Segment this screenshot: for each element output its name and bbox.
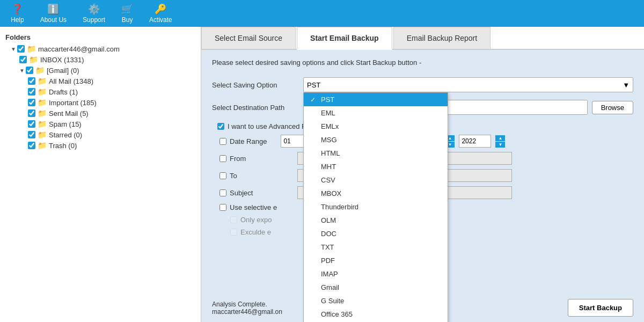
format-label: OLM — [321, 216, 336, 224]
exclude-checkbox[interactable] — [230, 229, 237, 236]
folder-item-trash[interactable]: 📁Trash (0) — [0, 140, 201, 151]
folder-checkbox-trash[interactable] — [28, 142, 35, 149]
format-option-mbox[interactable]: MBOX — [304, 187, 448, 200]
folder-item-inbox[interactable]: 📁INBOX (1331) — [0, 54, 201, 65]
format-option-office365[interactable]: Office 365 — [304, 308, 448, 321]
chevron-icon: ▼ — [11, 46, 16, 52]
format-option-csv[interactable]: CSV — [304, 173, 448, 187]
folder-item-sentmail[interactable]: 📁Sent Mail (5) — [0, 108, 201, 119]
format-label: G Suite — [321, 297, 344, 305]
toolbar-item-help[interactable]: ❓Help — [11, 3, 24, 24]
only-export-checkbox[interactable] — [230, 216, 237, 223]
folder-list: ▼📁maccarter446@gmail.com📁INBOX (1331)▼📁[… — [0, 43, 201, 151]
folder-icon-drafts: 📁 — [38, 87, 47, 96]
folder-item-allmail[interactable]: 📁All Mail (1348) — [0, 76, 201, 86]
selective-checkbox[interactable] — [219, 204, 226, 211]
format-option-msg[interactable]: MSG — [304, 133, 448, 147]
folder-icon-account: 📁 — [27, 45, 36, 53]
folder-label-trash: Trash (0) — [49, 142, 77, 150]
folder-checkbox-important[interactable] — [28, 99, 35, 106]
tab-select-source[interactable]: Select Email Source — [201, 27, 296, 49]
folder-item-starred[interactable]: 📁Starred (0) — [0, 129, 201, 140]
folder-label-spam: Spam (15) — [49, 120, 82, 128]
format-label: Thunderbird — [321, 203, 358, 211]
folder-icon-starred: 📁 — [38, 130, 47, 139]
folder-label-starred: Starred (0) — [49, 131, 82, 139]
instruction-text: Please select desired saving options and… — [212, 58, 633, 67]
analysis-text: Analysis Complete. — [212, 301, 282, 308]
folder-checkbox-drafts[interactable] — [28, 88, 35, 96]
start-backup-button[interactable]: Start Backup — [568, 299, 633, 317]
format-option-imap[interactable]: IMAP — [304, 267, 448, 281]
chevron-down-icon: ▼ — [623, 81, 630, 89]
format-option-html[interactable]: HTML — [304, 147, 448, 160]
buy-label: Buy — [122, 16, 133, 24]
sidebar-header: Folders — [0, 31, 201, 43]
to-year-down[interactable]: ▼ — [495, 142, 505, 148]
folder-icon-trash: 📁 — [38, 141, 47, 150]
format-label: PDF — [321, 257, 335, 265]
format-option-gmail[interactable]: Gmail — [304, 281, 448, 294]
folder-label-allmail: All Mail (1348) — [49, 77, 93, 85]
folder-checkbox-allmail[interactable] — [28, 77, 35, 85]
tab-backup-report[interactable]: Email Backup Report — [393, 27, 491, 49]
folder-item-drafts[interactable]: 📁Drafts (1) — [0, 86, 201, 97]
format-option-thunderbird[interactable]: Thunderbird — [304, 200, 448, 214]
folder-icon-allmail: 📁 — [38, 77, 47, 85]
selective-label: Use selective e — [230, 203, 277, 211]
sidebar: Folders ▼📁maccarter446@gmail.com📁INBOX (… — [0, 27, 201, 322]
format-option-pdf[interactable]: PDF — [304, 254, 448, 267]
folder-item-account[interactable]: ▼📁maccarter446@gmail.com — [0, 43, 201, 54]
toolbar-item-activate[interactable]: 🔑Activate — [149, 3, 172, 24]
toolbar-item-support[interactable]: ⚙️Support — [83, 3, 105, 24]
format-label: EML — [321, 109, 335, 117]
folder-label-inbox: INBOX (1331) — [40, 56, 84, 64]
format-option-gsuite[interactable]: G Suite — [304, 294, 448, 308]
format-option-txt[interactable]: TXT — [304, 240, 448, 254]
format-label: CSV — [321, 176, 335, 184]
from-label: From — [230, 155, 294, 163]
folder-checkbox-spam[interactable] — [28, 120, 35, 128]
format-option-emlx[interactable]: EMLx — [304, 120, 448, 133]
format-option-doc[interactable]: DOC — [304, 227, 448, 240]
help-label: Help — [11, 16, 24, 24]
toolbar-item-about[interactable]: ℹ️About Us — [40, 3, 67, 24]
folder-label-drafts: Drafts (1) — [49, 88, 78, 96]
format-option-pst[interactable]: ✓PST — [304, 93, 448, 106]
toolbar-item-buy[interactable]: 🛒Buy — [121, 3, 133, 24]
subject-label: Subject — [230, 189, 294, 197]
folder-item-important[interactable]: 📁Important (185) — [0, 97, 201, 108]
folder-checkbox-inbox[interactable] — [19, 56, 27, 63]
folder-checkbox-starred[interactable] — [28, 131, 35, 138]
from-checkbox[interactable] — [219, 155, 226, 162]
saving-option-button[interactable]: PST ▼ — [303, 77, 633, 92]
main-layout: Folders ▼📁maccarter446@gmail.com📁INBOX (… — [0, 27, 644, 322]
format-label: DOC — [321, 230, 336, 238]
folder-checkbox-sentmail[interactable] — [28, 109, 35, 117]
main-panel: Please select desired saving options and… — [201, 50, 644, 322]
browse-button[interactable]: Browse — [592, 101, 633, 114]
to-year-input[interactable] — [459, 135, 491, 148]
analysis-email: maccarter446@gmail.on — [212, 308, 282, 316]
format-label: EMLx — [321, 122, 339, 130]
format-option-eml[interactable]: EML — [304, 106, 448, 120]
folder-icon-sentmail: 📁 — [38, 109, 47, 118]
folder-checkbox-gmail[interactable] — [26, 67, 33, 74]
subject-checkbox[interactable] — [219, 189, 226, 196]
to-year-up[interactable]: ▲ — [495, 135, 505, 141]
folder-checkbox-account[interactable] — [17, 45, 25, 53]
date-range-label: Date Range — [230, 137, 267, 145]
format-label: MSG — [321, 136, 337, 144]
date-range-checkbox[interactable] — [219, 138, 226, 145]
folder-item-spam[interactable]: 📁Spam (15) — [0, 119, 201, 129]
format-option-mht[interactable]: MHT — [304, 160, 448, 173]
to-checkbox[interactable] — [219, 172, 226, 179]
advanced-filter-checkbox[interactable] — [217, 123, 224, 130]
format-label: Office 365 — [321, 310, 353, 318]
format-label: MHT — [321, 163, 336, 171]
format-label: MBOX — [321, 189, 341, 197]
tab-start-backup[interactable]: Start Email Backup — [297, 27, 392, 50]
format-option-olm[interactable]: OLM — [304, 214, 448, 227]
chevron-icon: ▼ — [19, 68, 25, 74]
folder-item-gmail[interactable]: ▼📁[Gmail] (0) — [0, 65, 201, 76]
